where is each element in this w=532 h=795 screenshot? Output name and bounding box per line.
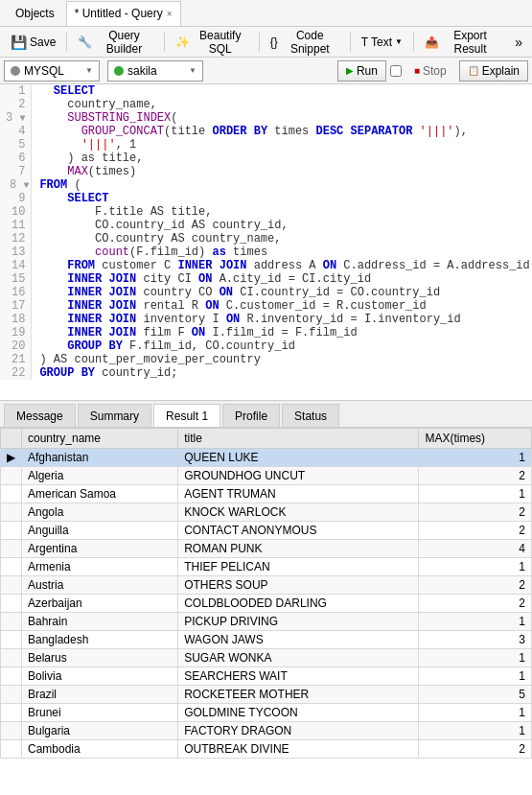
stop-label: Stop — [423, 64, 447, 78]
explain-button[interactable]: 📋 Explain — [459, 60, 528, 82]
line-content[interactable]: SUBSTRING_INDEX( — [32, 111, 532, 125]
line-content[interactable]: GROUP BY country_id; — [32, 366, 532, 380]
country-name-cell: Anguilla — [22, 522, 178, 540]
row-arrow — [1, 649, 22, 667]
line-content[interactable]: FROM customer C INNER JOIN address A ON … — [32, 259, 532, 272]
tab-message[interactable]: Message — [4, 404, 76, 427]
country-name-cell: Bulgaria — [22, 722, 178, 740]
line-content[interactable]: INNER JOIN city CI ON A.city_id = CI.cit… — [32, 272, 532, 286]
run-bar: MYSQL ▼ sakila ▼ ▶ Run ■ Stop 📋 Explain — [0, 58, 532, 84]
line-content[interactable]: CO.country AS country_name, — [32, 232, 532, 246]
line-number: 12 — [0, 232, 32, 246]
result-container[interactable]: country_nametitleMAX(times)▶AfghanistanQ… — [0, 428, 532, 795]
line-content[interactable]: SELECT — [32, 84, 532, 98]
line-content[interactable]: ) as title, — [32, 152, 532, 165]
tab-profile[interactable]: Profile — [222, 404, 280, 427]
query-builder-icon: 🔧 — [78, 35, 92, 49]
table-row[interactable]: AnguillaCONTACT ANONYMOUS2 — [1, 522, 532, 540]
text-label: Text — [371, 35, 392, 49]
objects-label[interactable]: Objects — [8, 5, 62, 22]
tab-summary[interactable]: Summary — [78, 404, 151, 427]
db-connection-indicator — [114, 66, 124, 76]
db-type-selector[interactable]: MYSQL ▼ — [4, 60, 100, 82]
row-arrow — [1, 576, 22, 595]
max-times-cell: 2 — [419, 740, 532, 759]
max-times-cell: 1 — [419, 558, 532, 576]
max-times-cell: 1 — [419, 449, 532, 467]
table-row[interactable]: AlgeriaGROUNDHOG UNCUT2 — [1, 467, 532, 485]
table-row[interactable]: BahrainPICKUP DRIVING1 — [1, 613, 532, 631]
line-content[interactable]: count(F.film_id) as times — [32, 246, 532, 259]
table-row[interactable]: BelarusSUGAR WONKA1 — [1, 649, 532, 667]
code-snippet-icon: {} — [270, 35, 278, 49]
export-label: Export Result — [442, 29, 498, 56]
run-icon: ▶ — [346, 65, 354, 76]
beautify-button[interactable]: ✨ Beautify SQL — [169, 31, 255, 54]
db-type-label: MYSQL — [24, 64, 64, 78]
text-dropdown[interactable]: T Text ▼ — [355, 31, 409, 54]
table-row[interactable]: BruneiGOLDMINE TYCOON1 — [1, 704, 532, 722]
col-header-arrow[interactable] — [1, 429, 22, 449]
line-content[interactable]: GROUP BY F.film_id, CO.country_id — [32, 339, 532, 353]
table-row[interactable]: ArgentinaROMAN PUNK4 — [1, 540, 532, 558]
tab-result-1[interactable]: Result 1 — [153, 404, 220, 427]
toolbar: 💾 Save 🔧 Query Builder ✨ Beautify SQL {}… — [0, 27, 532, 58]
line-content[interactable]: FROM ( — [32, 178, 532, 192]
title-cell: CONTACT ANONYMOUS — [178, 522, 419, 540]
collapse-icon-8[interactable]: ▼ — [23, 180, 29, 191]
line-content[interactable]: country_name, — [32, 98, 532, 111]
tab-close-icon[interactable]: × — [167, 9, 173, 19]
row-arrow — [1, 540, 22, 558]
title-cell: KNOCK WARLOCK — [178, 503, 419, 522]
table-row[interactable]: AngolaKNOCK WARLOCK2 — [1, 503, 532, 522]
line-content[interactable]: '|||', 1 — [32, 138, 532, 152]
title-cell: OTHERS SOUP — [178, 576, 419, 595]
code-snippet-button[interactable]: {} Code Snippet — [264, 31, 346, 54]
row-arrow — [1, 722, 22, 740]
table-row[interactable]: BoliviaSEARCHERS WAIT1 — [1, 667, 532, 686]
db-name-selector[interactable]: sakila ▼ — [107, 60, 203, 82]
line-content[interactable]: INNER JOIN inventory I ON R.inventory_id… — [32, 313, 532, 326]
explain-label: Explain — [482, 64, 520, 78]
country-name-cell: Armenia — [22, 558, 178, 576]
col-header-title[interactable]: title — [178, 429, 419, 449]
title-cell: COLDBLOODED DARLING — [178, 595, 419, 613]
line-content[interactable]: SELECT — [32, 192, 532, 205]
line-content[interactable]: INNER JOIN film F ON I.film_id = F.film_… — [32, 326, 532, 339]
active-tab[interactable]: * Untitled - Query × — [66, 1, 181, 26]
export-button[interactable]: 📤 Export Result — [418, 31, 505, 54]
line-content[interactable]: F.title AS title, — [32, 205, 532, 219]
table-row[interactable]: BulgariaFACTORY DRAGON1 — [1, 722, 532, 740]
max-times-cell: 1 — [419, 649, 532, 667]
line-content[interactable]: INNER JOIN country CO ON CI.country_id =… — [32, 286, 532, 299]
title-cell: THIEF PELICAN — [178, 558, 419, 576]
stop-button[interactable]: ■ Stop — [405, 60, 455, 82]
run-button[interactable]: ▶ Run — [337, 60, 386, 82]
tab-status[interactable]: Status — [282, 404, 339, 427]
table-row[interactable]: CambodiaOUTBREAK DIVINE2 — [1, 740, 532, 759]
table-row[interactable]: AustriaOTHERS SOUP2 — [1, 576, 532, 595]
save-button[interactable]: 💾 Save — [4, 31, 62, 54]
run-checkbox[interactable] — [390, 65, 402, 77]
title-cell: OUTBREAK DIVINE — [178, 740, 419, 759]
line-content[interactable]: MAX(times) — [32, 165, 532, 178]
table-row[interactable]: ArmeniaTHIEF PELICAN1 — [1, 558, 532, 576]
query-builder-button[interactable]: 🔧 Query Builder — [71, 31, 160, 54]
table-row[interactable]: ▶AfghanistanQUEEN LUKE1 — [1, 449, 532, 467]
table-row[interactable]: AzerbaijanCOLDBLOODED DARLING2 — [1, 595, 532, 613]
code-editor[interactable]: 1 SELECT2 country_name,3 ▼ SUBSTRING_IND… — [0, 84, 532, 401]
col-header-MAX(times)[interactable]: MAX(times) — [419, 429, 532, 449]
table-row[interactable]: BangladeshWAGON JAWS3 — [1, 631, 532, 649]
title-cell: SUGAR WONKA — [178, 649, 419, 667]
line-content[interactable]: INNER JOIN rental R ON C.customer_id = R… — [32, 299, 532, 313]
more-icon[interactable]: » — [509, 33, 528, 52]
table-row[interactable]: American SamoaAGENT TRUMAN1 — [1, 485, 532, 503]
collapse-icon-3[interactable]: ▼ — [19, 113, 25, 124]
line-content[interactable]: CO.country_id AS country_id, — [32, 219, 532, 232]
line-content[interactable]: ) AS count_per_movie_per_country — [32, 353, 532, 366]
line-content[interactable]: GROUP_CONCAT(title ORDER BY times DESC S… — [32, 125, 532, 138]
col-header-country_name[interactable]: country_name — [22, 429, 178, 449]
table-row[interactable]: BrazilROCKETEER MOTHER5 — [1, 686, 532, 704]
separator-2 — [164, 33, 165, 52]
db-type-indicator — [11, 66, 20, 76]
